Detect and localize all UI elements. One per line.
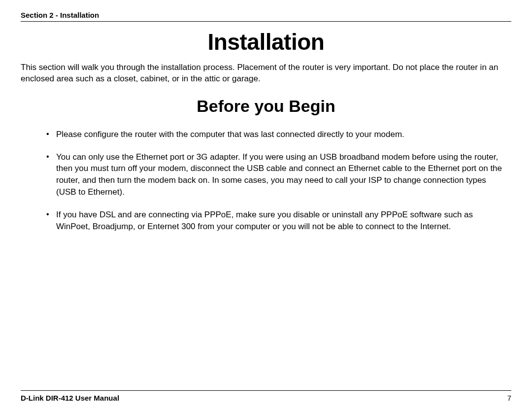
spacer	[21, 243, 511, 390]
list-item: If you have DSL and are connecting via P…	[46, 209, 508, 233]
page-title: Installation	[21, 29, 511, 55]
footer-page-number: 7	[507, 394, 511, 402]
list-item: You can only use the Ethernet port or 3G…	[46, 151, 508, 198]
intro-paragraph: This section will walk you through the i…	[21, 62, 511, 85]
section-header: Section 2 - Installation	[21, 11, 511, 22]
page-footer: D-Link DIR-412 User Manual 7	[21, 390, 511, 402]
bullet-list: Please configure the router with the com…	[21, 129, 511, 243]
subsection-title: Before you Begin	[21, 97, 511, 116]
footer-manual-name: D-Link DIR-412 User Manual	[21, 394, 119, 402]
list-item: Please configure the router with the com…	[46, 129, 508, 140]
